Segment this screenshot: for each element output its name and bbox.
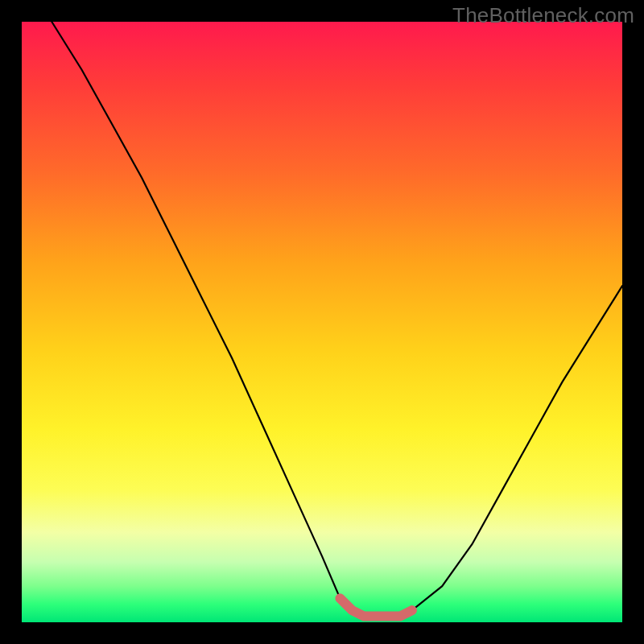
- chart-frame: TheBottleneck.com: [0, 0, 644, 644]
- watermark-text: TheBottleneck.com: [452, 3, 634, 28]
- bottleneck-curve: [52, 22, 622, 617]
- plot-area: [22, 22, 622, 622]
- optimal-highlight: [340, 598, 412, 616]
- curve-svg: [22, 22, 622, 622]
